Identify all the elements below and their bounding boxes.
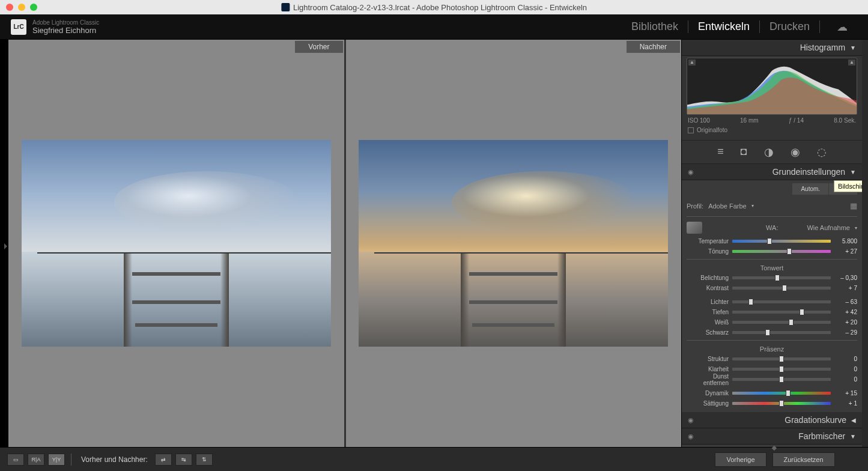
- image-viewer: Vorher Nachher: [8, 40, 682, 447]
- blacks-slider[interactable]: Schwarz– 29: [687, 327, 857, 338]
- maximize-window-icon[interactable]: [30, 4, 37, 11]
- window-title: Lightroom Catalog-2-2-v13-3.lrcat - Adob…: [281, 3, 587, 12]
- window-title-text: Lightroom Catalog-2-2-v13-3.lrcat - Adob…: [293, 3, 587, 12]
- close-window-icon[interactable]: [6, 4, 13, 11]
- histogram-graph[interactable]: ▲ ▲: [687, 58, 857, 115]
- highlight-clip-icon[interactable]: ▲: [848, 59, 855, 65]
- tone-curve-header[interactable]: ◉ Gradationskurve ◀: [682, 412, 862, 428]
- histogram-section: ▲ ▲ ISO 100 16 mm ƒ / 14 8.0 Sek. Origin…: [682, 56, 862, 140]
- module-develop[interactable]: Entwickeln: [688, 20, 760, 33]
- collapse-icon[interactable]: ▼: [850, 44, 856, 51]
- lightroom-badge-icon: [281, 3, 290, 11]
- tone-section-label: Tonwert: [687, 262, 857, 273]
- whitebalance-row: WA: Wie Aufnahme▾: [687, 219, 857, 236]
- color-title: Farbmischer: [798, 431, 845, 441]
- profile-browser-icon[interactable]: ▦: [850, 201, 857, 210]
- curve-title: Gradationskurve: [785, 415, 846, 425]
- wb-label: WA:: [707, 224, 778, 231]
- shadow-clip-icon[interactable]: ▲: [688, 59, 696, 65]
- module-library[interactable]: Bibliothek: [622, 20, 688, 33]
- profile-row: Profil: Adobe Farbe▾ ▦: [687, 198, 857, 214]
- collapse-icon[interactable]: ▼: [850, 169, 856, 175]
- traffic-lights: [6, 4, 37, 11]
- loupe-view-icon[interactable]: ▭: [7, 454, 24, 466]
- histogram-metadata: ISO 100 16 mm ƒ / 14 8.0 Sek.: [687, 115, 857, 125]
- contrast-slider[interactable]: Kontrast+ 7: [687, 283, 857, 293]
- develop-right-panel: Histogramm ▼ ▲ ▲ ISO 100 16 mm ƒ / 14 8.…: [682, 40, 862, 447]
- after-panel: Nachher: [346, 40, 682, 447]
- panel-eye-icon[interactable]: ◉: [688, 168, 694, 176]
- previous-button[interactable]: Vorherige: [715, 452, 766, 467]
- before-after-label: Vorher und Nachher:: [81, 455, 148, 464]
- local-tools-strip: ≡ ◘ ◑ ◉ ◌: [682, 140, 862, 164]
- shadows-slider[interactable]: Tiefen+ 42: [687, 307, 857, 317]
- right-edge-strip: [862, 40, 868, 447]
- profile-label: Profil:: [687, 202, 703, 210]
- before-panel: Vorher: [8, 40, 346, 447]
- wb-value[interactable]: Wie Aufnahme: [807, 224, 850, 231]
- ba-swap-icon[interactable]: ↹: [175, 454, 192, 466]
- texture-slider[interactable]: Struktur0: [687, 354, 857, 364]
- saturation-slider[interactable]: Sättigung+ 1: [687, 398, 857, 409]
- app-header: LrC Adobe Lightroom Classic Siegfried Ei…: [0, 14, 868, 40]
- reference-view-icon[interactable]: R|A: [28, 454, 44, 466]
- collapse-icon[interactable]: ▼: [850, 433, 856, 440]
- presence-section-label: Präsenz: [687, 343, 857, 354]
- edit-sliders-icon[interactable]: ≡: [717, 145, 724, 159]
- wb-dropper-icon[interactable]: [687, 222, 702, 234]
- healing-icon[interactable]: ◑: [764, 145, 774, 159]
- basic-header[interactable]: ◉ Grundeinstellungen ▼: [682, 164, 862, 180]
- left-panel-collapsed[interactable]: [0, 40, 8, 447]
- profile-value[interactable]: Adobe Farbe: [708, 202, 747, 210]
- exposure-slider[interactable]: Belichtung– 0,30: [687, 273, 857, 283]
- tint-slider[interactable]: Tönung+ 27: [687, 246, 857, 257]
- color-mixer-header[interactable]: ◉ Farbmischer ▼: [682, 428, 862, 445]
- before-after-yy-icon[interactable]: Y|Y: [48, 454, 65, 466]
- reset-button[interactable]: Zurücksetzen: [772, 452, 835, 467]
- checkbox-icon[interactable]: [688, 127, 694, 133]
- iso-value: ISO 100: [688, 117, 710, 124]
- original-label: Originalfoto: [697, 127, 727, 133]
- crop-icon[interactable]: ◘: [741, 145, 747, 159]
- brand-line1: Adobe Lightroom Classic: [32, 19, 99, 26]
- panel-eye-icon[interactable]: ◉: [688, 433, 694, 440]
- module-switcher: Bibliothek Entwickeln Drucken ☁: [622, 20, 857, 34]
- whites-slider[interactable]: Weiß+ 20: [687, 317, 857, 327]
- expand-icon[interactable]: ◀: [851, 417, 856, 424]
- before-label: Vorher: [295, 41, 342, 53]
- focal-value: 16 mm: [740, 117, 759, 124]
- after-label: Nachher: [627, 41, 680, 53]
- ba-layout-icon[interactable]: ⇄: [155, 454, 172, 466]
- brand-line2: Siegfried Eichhorn: [32, 26, 99, 35]
- after-photo[interactable]: [359, 140, 668, 347]
- identity-plate: Adobe Lightroom Classic Siegfried Eichho…: [32, 19, 99, 35]
- minimize-window-icon[interactable]: [18, 4, 25, 11]
- temperature-slider[interactable]: Temperatur5.800: [687, 236, 857, 246]
- original-photo-toggle[interactable]: Originalfoto: [687, 125, 857, 135]
- histogram-title: Histogramm: [800, 43, 845, 52]
- bottom-right-actions: Vorherige Zurücksetzen: [687, 452, 861, 467]
- aperture-value: ƒ / 14: [789, 117, 804, 124]
- treatment-row: Autom. S/W Bildschirmfo: [687, 180, 857, 198]
- main-area: Vorher Nachher Histogramm ▼ ▲ ▲: [0, 40, 868, 447]
- dehaze-slider[interactable]: Dunst entfernen0: [687, 374, 857, 384]
- before-photo[interactable]: [22, 140, 331, 347]
- panel-eye-icon[interactable]: ◉: [688, 416, 694, 424]
- module-print[interactable]: Drucken: [760, 20, 820, 33]
- toolbar-bottom: ▭ R|A Y|Y Vorher und Nachher: ⇄ ↹ ⇅ Vorh…: [0, 447, 868, 471]
- basic-title: Grundeinstellungen: [772, 167, 845, 177]
- cloud-sync-icon[interactable]: ☁: [827, 20, 857, 34]
- tooltip: Bildschirmfo: [834, 180, 862, 192]
- masking-icon[interactable]: ◌: [817, 145, 827, 159]
- lrc-logo-icon: LrC: [11, 19, 26, 35]
- histogram-header[interactable]: Histogramm ▼: [682, 40, 862, 56]
- shutter-value: 8.0 Sek.: [834, 117, 856, 124]
- highlights-slider[interactable]: Lichter– 63: [687, 297, 857, 307]
- vibrance-slider[interactable]: Dynamik+ 15: [687, 388, 857, 398]
- redeye-icon[interactable]: ◉: [791, 145, 800, 159]
- auto-button[interactable]: Autom.: [792, 183, 828, 195]
- macos-titlebar: Lightroom Catalog-2-2-v13-3.lrcat - Adob…: [0, 0, 868, 14]
- basic-panel: Autom. S/W Bildschirmfo Profil: Adobe Fa…: [682, 180, 862, 412]
- ba-copy-icon[interactable]: ⇅: [196, 454, 213, 466]
